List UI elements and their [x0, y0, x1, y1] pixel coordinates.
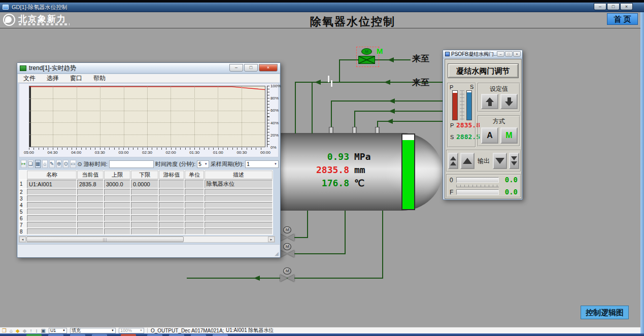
maximize-icon[interactable]: □ [505, 51, 513, 57]
taskbar-item[interactable] [121, 334, 136, 336]
motor-icon[interactable]: M [283, 267, 291, 275]
unit-select[interactable]: U1▼ [49, 328, 67, 333]
table-row[interactable]: 2 [19, 189, 273, 195]
column-header[interactable]: 单位 [185, 171, 204, 179]
home-icon[interactable]: ⌂ [42, 160, 48, 168]
scroll-right-icon[interactable]: ► [268, 237, 275, 242]
close-icon[interactable]: × [620, 3, 633, 10]
pan-icon[interactable]: ⊕ [56, 160, 62, 168]
output-increase-button[interactable] [460, 153, 474, 169]
trend-plot[interactable] [29, 86, 265, 147]
taskbar-item[interactable] [191, 334, 206, 336]
keyboard-icon[interactable]: ▭ [70, 160, 76, 168]
taskbar-item[interactable] [26, 334, 42, 336]
horizontal-scrollbar[interactable]: ◄ ||| ► [19, 236, 275, 243]
gauge-group: P S P 2835.8 S 2882.5 [447, 83, 476, 148]
gridline-horizontal [29, 98, 265, 99]
column-header[interactable]: 上限 [104, 171, 130, 179]
scrollbar-thumb[interactable]: ||| [26, 237, 184, 242]
table-row[interactable]: 1U1:AI0012835.83000.00.0000除氧器水位 [19, 180, 273, 188]
table-cell [131, 209, 158, 215]
scroll-left-icon[interactable]: ◄ [19, 237, 26, 242]
valve-icon[interactable] [280, 275, 294, 282]
expression-text: O_OUTPUT_Dec A017MA021A; [151, 328, 224, 333]
minimize-icon[interactable]: – [497, 51, 504, 57]
open-folder-icon[interactable]: ❒ [2, 328, 7, 333]
taskbar-item[interactable] [213, 334, 228, 336]
control-valve-icon[interactable] [358, 56, 375, 64]
table-row[interactable]: 5 [19, 209, 273, 215]
table-cell [104, 189, 130, 195]
trend-window-titlebar[interactable]: trend[1]-实时趋势 – □ × [17, 63, 280, 74]
fill-mode-select[interactable]: 填充▼ [70, 328, 116, 333]
add-curve-icon[interactable]: ❏ [28, 160, 33, 168]
home-button[interactable]: 首 页 [607, 13, 638, 25]
home-icon[interactable]: ⌂ [10, 328, 13, 333]
mode-auto-button[interactable]: A [481, 127, 498, 144]
output-fast-increase-button[interactable] [448, 153, 458, 169]
table-row[interactable]: 3 [19, 195, 273, 201]
flow-arrow-icon [384, 80, 390, 85]
taskbar-item[interactable] [169, 334, 184, 336]
motor-icon[interactable]: M [361, 48, 372, 55]
motor-icon[interactable]: M [283, 243, 291, 250]
cursor-time-input[interactable] [109, 160, 154, 168]
mode-manual-button[interactable]: M [500, 127, 518, 144]
menu-item[interactable]: 窗口 [64, 74, 88, 83]
table-row[interactable]: 7 [19, 222, 273, 228]
maximize-icon[interactable]: □ [607, 3, 620, 10]
save-icon[interactable]: ▣ [41, 328, 45, 333]
output-fast-decrease-button[interactable] [509, 153, 519, 169]
close-icon[interactable]: × [513, 51, 521, 57]
taskbar-item[interactable] [147, 334, 162, 336]
zoom-icon[interactable]: ⊙ [63, 160, 69, 168]
valve-icon[interactable] [280, 234, 294, 241]
valve-icon[interactable] [280, 250, 294, 257]
zoom-select[interactable]: 100%▼ [119, 328, 144, 333]
minimize-icon[interactable]: – [594, 3, 606, 10]
column-header[interactable]: 当前值 [77, 171, 104, 179]
minimize-icon[interactable]: – [229, 64, 243, 72]
table-cell [27, 189, 77, 195]
grid-view-icon[interactable]: ▦ [35, 160, 41, 168]
windows-taskbar[interactable] [0, 333, 644, 336]
taskbar-item[interactable] [48, 334, 63, 336]
taskbar-item[interactable] [92, 334, 107, 336]
menu-item[interactable]: 帮助 [88, 74, 111, 83]
diamond-gray-icon[interactable]: ◆ [23, 328, 27, 333]
pipe [294, 237, 308, 238]
control-logic-button[interactable]: 控制逻辑图 [581, 306, 629, 319]
sample-period-select[interactable]: 1▼ [245, 160, 279, 168]
up-arrow-icon[interactable]: ↑ [29, 328, 32, 333]
table-cell [205, 228, 273, 234]
valve-mode-label: M [377, 47, 383, 55]
column-header[interactable]: 名称 [27, 171, 77, 179]
menu-item[interactable]: 选择 [41, 74, 64, 83]
table-row[interactable]: 4 [19, 202, 273, 208]
setpoint-up-button[interactable] [481, 94, 498, 109]
column-header[interactable]: 描述 [205, 171, 273, 179]
column-header[interactable]: 游标值 [159, 171, 184, 179]
diamond-icon[interactable]: ◆ [16, 328, 20, 333]
table-row[interactable]: 8 [19, 228, 273, 234]
close-icon[interactable]: × [259, 64, 278, 72]
menu-item[interactable]: 文件 [18, 74, 41, 83]
edit-icon[interactable]: ✎ [49, 160, 55, 168]
resize-grip-icon[interactable]: ◢ [275, 251, 279, 256]
maximize-icon[interactable]: □ [244, 64, 258, 72]
table-cell [77, 189, 104, 195]
taskbar-item[interactable] [70, 334, 85, 336]
table-row[interactable]: 6 [19, 215, 273, 221]
setpoint-down-button[interactable] [500, 94, 518, 109]
output-decrease-button[interactable] [493, 153, 507, 169]
toggle-icon[interactable]: ↕ [35, 328, 38, 333]
column-header[interactable]: 下限 [131, 171, 158, 179]
os-window-titlebar[interactable]: GD[1]-除氧器水位控制 – □ × [0, 3, 644, 12]
valve-panel-titlebar[interactable]: PSOFB凝结水阀门... – □ × [443, 50, 522, 58]
timespan-select[interactable]: 5▼ [197, 160, 209, 168]
pressure-value: 0.93 [284, 151, 349, 162]
motor-icon[interactable]: M [283, 226, 291, 233]
export-icon[interactable]: ↦ [21, 160, 26, 168]
trend-statusbar: ◢ [18, 244, 280, 257]
temperature-unit: ℃ [354, 178, 364, 188]
